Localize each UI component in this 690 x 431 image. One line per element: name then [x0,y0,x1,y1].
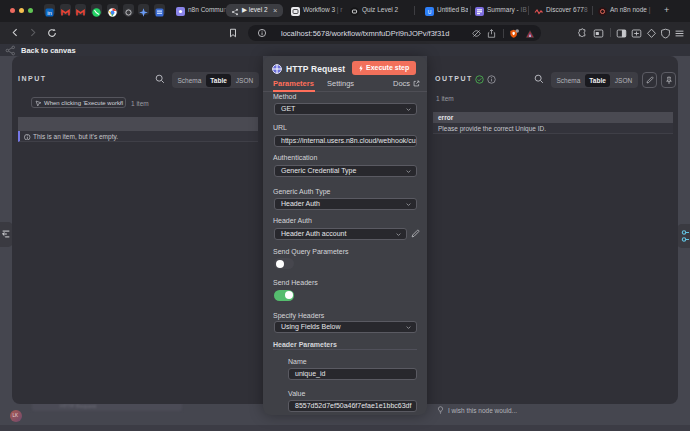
svg-text:in: in [47,10,52,16]
svg-text:U: U [428,9,432,15]
